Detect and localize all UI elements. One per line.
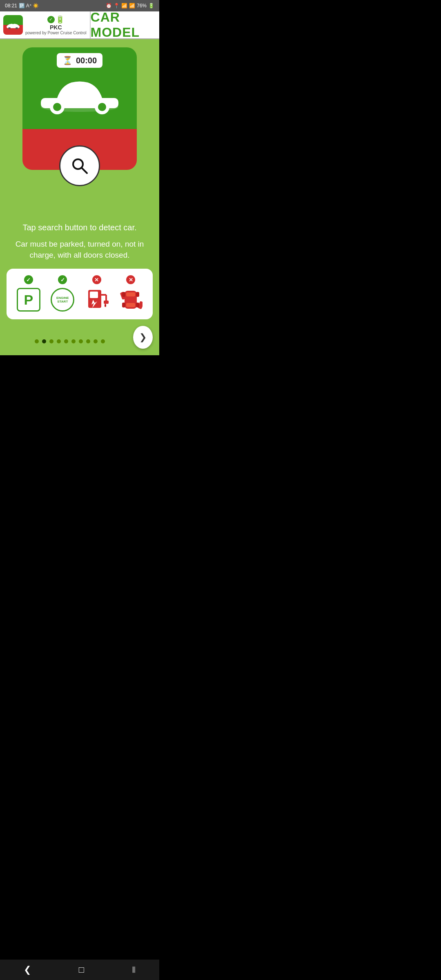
condition-doors-icon bbox=[118, 287, 144, 313]
car-search-card: ⏳ 00:00 bbox=[22, 47, 137, 170]
svg-rect-0 bbox=[8, 27, 11, 29]
location-icon: 📍 bbox=[114, 3, 120, 9]
page-title: CAR MODEL bbox=[91, 10, 153, 40]
time-display: 08:21 bbox=[5, 3, 17, 9]
svg-rect-11 bbox=[90, 292, 98, 298]
app-logo-icon bbox=[3, 15, 23, 35]
timer-value: 00:00 bbox=[76, 56, 97, 65]
dot-1[interactable] bbox=[42, 339, 46, 343]
wifi-icon: 📶 bbox=[121, 3, 127, 9]
car-card-top: ⏳ 00:00 bbox=[22, 47, 137, 129]
condition-doors: ✕ bbox=[118, 275, 144, 313]
pkc-label: PKC bbox=[50, 24, 62, 31]
dot-8[interactable] bbox=[94, 339, 98, 343]
condition-charge-status: ✕ bbox=[92, 275, 101, 284]
condition-engine-status: ✓ bbox=[58, 275, 67, 284]
parking-p-icon: P bbox=[17, 288, 40, 312]
powered-by-text: powered by Power Cruise Control bbox=[25, 31, 87, 35]
battery-charge-icon: 🔋 bbox=[56, 15, 65, 24]
condition-doors-status: ✕ bbox=[126, 275, 135, 284]
instruction-line1: Tap search button to detect car. bbox=[11, 223, 149, 232]
alarm-icon: ⏰ bbox=[106, 3, 112, 9]
instruction-line2: Car must be parked, turned on, not in ch… bbox=[11, 239, 149, 261]
condition-parked: ✓ P bbox=[16, 275, 42, 313]
condition-engine-icon: ENGINESTART bbox=[49, 287, 76, 313]
engine-start-icon: ENGINESTART bbox=[51, 288, 74, 312]
app-header: ✓ 🔋 PKC powered by Power Cruise Control … bbox=[0, 11, 159, 39]
logo-area: ✓ 🔋 PKC powered by Power Cruise Control bbox=[0, 11, 91, 38]
condition-charge-icon bbox=[84, 287, 110, 313]
svg-rect-25 bbox=[122, 303, 125, 307]
status-left: 08:21 🅿️ Aˣ ☀️ bbox=[5, 3, 39, 9]
svg-rect-21 bbox=[126, 292, 135, 296]
dot-6[interactable] bbox=[79, 339, 83, 343]
svg-rect-15 bbox=[104, 301, 109, 304]
dot-2[interactable] bbox=[49, 339, 53, 343]
condition-parked-status: ✓ bbox=[24, 275, 33, 284]
svg-point-8 bbox=[73, 159, 83, 169]
condition-charge: ✕ bbox=[84, 275, 110, 313]
next-button[interactable]: ❯ bbox=[133, 326, 153, 349]
pkc-badge: ✓ 🔋 PKC powered by Power Cruise Control bbox=[25, 15, 87, 35]
svg-rect-23 bbox=[122, 292, 125, 297]
svg-rect-22 bbox=[126, 303, 135, 307]
car-silhouette bbox=[35, 74, 125, 117]
condition-parked-icon: P bbox=[16, 287, 42, 313]
search-button[interactable] bbox=[59, 145, 100, 186]
header-title-area: CAR MODEL bbox=[91, 11, 159, 38]
svg-rect-24 bbox=[136, 292, 139, 297]
signal-icon: 📶 bbox=[129, 3, 135, 9]
battery-display: 76% bbox=[137, 3, 147, 9]
dot-9[interactable] bbox=[101, 339, 105, 343]
conditions-card: ✓ P ✓ ENGINESTART ✕ bbox=[7, 269, 153, 319]
svg-rect-26 bbox=[136, 303, 139, 307]
battery-icon: 🔋 bbox=[148, 3, 154, 9]
status-right: ⏰ 📍 📶 📶 76% 🔋 bbox=[106, 3, 154, 9]
timer-badge: ⏳ 00:00 bbox=[57, 53, 102, 68]
notification-icons: 🅿️ Aˣ ☀️ bbox=[19, 3, 39, 9]
svg-rect-17 bbox=[105, 305, 106, 306]
svg-point-7 bbox=[98, 103, 106, 111]
svg-point-5 bbox=[53, 103, 61, 111]
dot-7[interactable] bbox=[86, 339, 90, 343]
main-content: ⏳ 00:00 bbox=[0, 39, 159, 355]
condition-engine: ✓ ENGINESTART bbox=[49, 275, 76, 313]
dot-5[interactable] bbox=[71, 339, 76, 343]
instructions-area: Tap search button to detect car. Car mus… bbox=[7, 223, 153, 261]
pkc-checkmark: ✓ bbox=[47, 16, 55, 23]
svg-rect-1 bbox=[16, 27, 18, 29]
pagination-dots bbox=[7, 339, 133, 343]
dot-3[interactable] bbox=[57, 339, 61, 343]
timer-icon: ⏳ bbox=[62, 56, 73, 65]
svg-line-9 bbox=[82, 168, 87, 173]
dot-4[interactable] bbox=[64, 339, 68, 343]
dot-0[interactable] bbox=[35, 339, 39, 343]
